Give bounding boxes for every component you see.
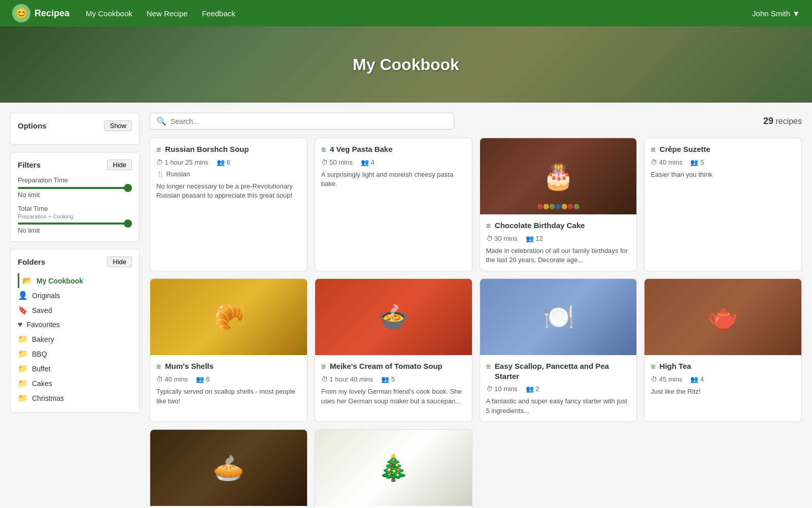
recipe-description: From my lovely German friend's cook book…	[321, 387, 466, 405]
folders-hide-button[interactable]: Hide	[107, 257, 132, 267]
search-input[interactable]	[171, 117, 448, 125]
total-time-slider-thumb[interactable]	[124, 219, 132, 228]
recipe-title: 4 Veg Pasta Bake	[330, 144, 392, 154]
folder-originals[interactable]: 👤 Originals	[18, 288, 132, 303]
recipe-card-body: ≡ Russian Borshch Soup ⏱ 1 hour 25 mins …	[150, 138, 307, 206]
recipe-card-body: ≡ Meike's Cream of Tomato Soup ⏱ 1 hour …	[315, 355, 472, 411]
recipe-card[interactable]: 🎄 ≡ Grandma Post's Christmas Cake	[315, 429, 472, 508]
recipe-title: Chocolate Birthday Cake	[495, 220, 585, 231]
prep-time-slider-track[interactable]	[18, 187, 132, 189]
recipe-title-row: ≡ Easy Scallop, Pancetta and Pea Starter	[486, 361, 631, 381]
recipe-title: Crêpe Suzette	[660, 144, 710, 154]
logo[interactable]: 😊 Recipea	[12, 4, 70, 22]
recipe-time: ⏱ 1 hour 25 mins	[156, 158, 209, 166]
recipe-menu-icon: ≡	[321, 145, 326, 154]
recipe-card-body: ≡ 4 Veg Pasta Bake ⏱ 50 mins 👥 4 A surpr…	[315, 138, 472, 195]
recipe-time: ⏱ 30 mins	[486, 235, 518, 242]
recipe-card[interactable]: ≡ 4 Veg Pasta Bake ⏱ 50 mins 👥 4 A surpr…	[315, 138, 472, 271]
prep-time-slider-thumb[interactable]	[124, 184, 132, 192]
recipe-time: ⏱ 1 hour 40 mins	[321, 375, 374, 383]
recipe-servings: 👥 4	[361, 158, 375, 166]
options-header: Options Show	[18, 120, 132, 131]
recipe-card-body: ≡ Mum's Shells ⏱ 40 mins 👥 6 Typically s…	[150, 355, 307, 411]
recipe-title: High Tea	[660, 361, 691, 371]
folder-open-icon: 📂	[22, 276, 32, 285]
recipe-meta: ⏱ 45 mins 👥 4	[651, 375, 795, 383]
nav-feedback[interactable]: Feedback	[202, 9, 235, 18]
filters-title: Filters	[18, 161, 41, 169]
search-icon: 🔍	[156, 116, 166, 126]
recipe-card[interactable]: ≡ Crêpe Suzette ⏱ 40 mins 👥 5 Easier tha…	[644, 138, 802, 271]
options-show-button[interactable]: Show	[104, 120, 132, 131]
recipe-image: 🍽️	[480, 279, 637, 355]
folder-label: Originals	[32, 292, 60, 300]
folder-bbq[interactable]: 📁 BBQ	[18, 346, 132, 361]
recipe-menu-icon: ≡	[156, 145, 161, 154]
user-name: John Smith	[752, 9, 790, 18]
recipe-card[interactable]: 🍽️ ≡ Easy Scallop, Pancetta and Pea Star…	[480, 278, 637, 422]
folder-icon: 📁	[18, 334, 28, 344]
recipe-card[interactable]: 🥧 ≡ Kulibiaca Pie ⏱ 1 hour 👥 4 One of th…	[150, 429, 308, 508]
recipe-title: Meike's Cream of Tomato Soup	[330, 361, 443, 371]
recipe-title-row: ≡ High Tea	[651, 361, 795, 371]
bookmark-icon: 🔖	[18, 305, 28, 315]
folder-saved[interactable]: 🔖 Saved	[18, 303, 132, 318]
recipe-menu-icon: ≡	[486, 221, 491, 231]
folder-icon: 📁	[18, 364, 28, 373]
chevron-down-icon: ▼	[792, 9, 800, 18]
options-title: Options	[18, 121, 47, 130]
sidebar: Options Show Filters Hide Preparation Ti…	[10, 113, 140, 508]
recipe-card-body: ≡ Easy Scallop, Pancetta and Pea Starter…	[480, 355, 637, 421]
recipe-title-row: ≡ Meike's Cream of Tomato Soup	[321, 361, 466, 371]
filters-hide-button[interactable]: Hide	[107, 160, 132, 170]
folder-icon: 📁	[18, 378, 28, 388]
nav-new-recipe[interactable]: New Recipe	[147, 9, 188, 18]
folder-my-cookbook[interactable]: 📂 My Cookbook	[18, 273, 132, 288]
recipe-tag: 🍴 Russian	[156, 170, 301, 178]
recipe-title-row: ≡ Mum's Shells	[156, 361, 301, 371]
folders-title: Folders	[18, 258, 45, 266]
recipe-menu-icon: ≡	[321, 362, 326, 371]
prep-time-no-limit: No limit	[18, 191, 132, 199]
recipe-meta: ⏱ 1 hour 40 mins 👥 5	[321, 375, 466, 383]
folder-bakery[interactable]: 📁 Bakery	[18, 332, 132, 346]
folder-christmas[interactable]: 📁 Christmas	[18, 391, 132, 405]
recipe-description: Just like the Ritz!	[651, 387, 795, 396]
total-time-no-limit: No limit	[18, 227, 132, 234]
recipe-title: Russian Borshch Soup	[165, 144, 249, 154]
recipe-title-row: ≡ Russian Borshch Soup	[156, 144, 301, 154]
recipe-description: Typically served on scallop shells - mos…	[156, 387, 301, 405]
user-menu[interactable]: John Smith ▼	[752, 9, 800, 18]
recipe-card[interactable]: 🥐 ≡ Mum's Shells ⏱ 40 mins 👥 6 Typically…	[150, 278, 308, 422]
recipe-time: ⏱ 40 mins	[651, 158, 682, 166]
recipe-card[interactable]: ≡ Russian Borshch Soup ⏱ 1 hour 25 mins …	[150, 138, 308, 271]
folder-label: BBQ	[32, 350, 47, 358]
recipe-meta: ⏱ 30 mins 👥 12	[486, 235, 631, 242]
recipe-title: Easy Scallop, Pancetta and Pea Starter	[495, 361, 630, 381]
recipe-menu-icon: ≡	[156, 362, 161, 371]
prep-time-slider-fill	[18, 187, 132, 189]
folder-buffet[interactable]: 📁 Buffet	[18, 361, 132, 376]
recipe-description: No longer necessary to be a pre-Revoluti…	[156, 182, 301, 200]
main-content: 🔍 29 recipes ≡ Russian Borshch Soup ⏱ 1 …	[150, 113, 802, 508]
recipe-count-label: recipes	[775, 117, 802, 125]
folder-label: Buffet	[32, 365, 50, 373]
recipe-grid: ≡ Russian Borshch Soup ⏱ 1 hour 25 mins …	[150, 138, 802, 508]
recipe-card-body: ≡ Crêpe Suzette ⏱ 40 mins 👥 5 Easier tha…	[645, 138, 801, 185]
nav-my-cookbook[interactable]: My Cookbook	[86, 9, 132, 18]
recipe-card[interactable]: 🎂 🔴🟡🟢🔵🟡🔴🟢 ≡ Chocolate Birthday Cake ⏱ 30…	[480, 138, 637, 271]
recipe-image: 🍲	[315, 279, 472, 355]
folder-favourites[interactable]: ♥ Favourites	[18, 318, 132, 332]
search-bar[interactable]: 🔍	[150, 113, 454, 130]
main-layout: Options Show Filters Hide Preparation Ti…	[0, 103, 812, 508]
recipe-card[interactable]: 🍲 ≡ Meike's Cream of Tomato Soup ⏱ 1 hou…	[315, 278, 472, 422]
recipe-title-row: ≡ Chocolate Birthday Cake	[486, 220, 631, 231]
recipe-title: Mum's Shells	[165, 361, 213, 371]
total-time-slider-track[interactable]	[18, 223, 132, 225]
recipe-card[interactable]: 🫖 ≡ High Tea ⏱ 45 mins 👥 4 Just like the…	[644, 278, 802, 422]
heart-icon: ♥	[18, 320, 23, 329]
folder-cakes[interactable]: 📁 Cakes	[18, 376, 132, 391]
recipe-description: Made in celebration of all our family bi…	[486, 246, 631, 265]
recipe-card-body: ≡ Kulibiaca Pie ⏱ 1 hour 👥 4 One of thos…	[150, 506, 307, 508]
filters-section: Filters Hide Preparation Time No limit T…	[10, 152, 140, 242]
